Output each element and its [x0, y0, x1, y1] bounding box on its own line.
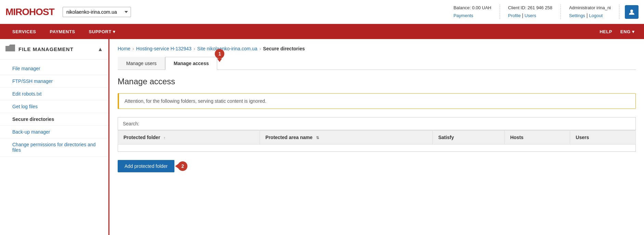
annotation-1-container: 1 [215, 49, 224, 62]
sidebar-title: FILE MANAGEMENT [18, 46, 97, 52]
breadcrumb-current: Secure directories [263, 46, 305, 51]
users-link[interactable]: Users [525, 13, 536, 18]
logo-host: HOST [29, 7, 54, 17]
client-section: Client ID: 261 946 258 Profile | Users [500, 4, 561, 20]
sidebar-item-file-manager[interactable]: File manager [0, 62, 108, 75]
table-body [118, 145, 636, 152]
table-header-row: Protected folder ↑ Protected area name ⇅… [118, 131, 636, 145]
sort-icon-folder[interactable]: ↑ [163, 136, 166, 140]
breadcrumb-hosting[interactable]: Hosting-service H-132943 [136, 46, 192, 51]
col-area-name-label: Protected area name [265, 135, 313, 140]
logout-link[interactable]: Logout [589, 13, 603, 18]
tab-manage-access[interactable]: Manage access 1 [165, 57, 218, 70]
annotation-arrow-1 [217, 59, 222, 62]
balance-label: Balance: 0.00 UAH [454, 4, 491, 12]
admin-section: Administrator irina_ni Settings | Logout [561, 4, 619, 20]
annotation-badge-1: 1 [215, 49, 224, 59]
col-protected-folder-label: Protected folder [123, 135, 160, 140]
breadcrumb-home[interactable]: Home [118, 46, 130, 51]
tab-manage-users[interactable]: Manage users [118, 57, 165, 70]
nav-services[interactable]: SERVICES [5, 24, 43, 39]
balance-section: Balance: 0.00 UAH Payments [445, 4, 500, 20]
logo: MIROHOST [5, 7, 54, 17]
breadcrumb-site[interactable]: Site nikolaenko-irina.com.ua [197, 46, 258, 51]
main-content: Home › Hosting-service H-132943 › Site n… [109, 39, 644, 235]
tab-manage-users-label: Manage users [126, 61, 157, 66]
header-right: Balance: 0.00 UAH Payments Client ID: 26… [445, 4, 639, 20]
data-table: Protected folder ↑ Protected area name ⇅… [118, 130, 636, 152]
support-arrow-icon: ▾ [113, 29, 116, 34]
admin-label: Administrator irina_ni [569, 4, 611, 12]
nav-lang[interactable]: ENG ▾ [616, 24, 639, 39]
settings-link[interactable]: Settings [569, 13, 585, 18]
nav-help[interactable]: HELP [595, 24, 616, 39]
breadcrumb-sep-3: › [259, 46, 261, 51]
add-button-row: Add protected folder 2 [118, 154, 636, 178]
col-users-label: Users [576, 135, 589, 140]
sidebar-item-backup[interactable]: Back-up manager [0, 126, 108, 138]
nav-lang-label: ENG [620, 29, 631, 34]
sidebar-item-robots[interactable]: Edit robots.txt [0, 88, 108, 100]
annotation-2-container: 2 [175, 161, 187, 171]
nav-support[interactable]: SUPPORT ▾ [82, 24, 122, 39]
search-label: Search: [123, 121, 139, 126]
profile-link[interactable]: Profile [508, 13, 521, 18]
nav-right: HELP ENG ▾ [595, 24, 639, 39]
sidebar-toggle-icon: ▲ [97, 46, 103, 52]
alert-text: Attention, for the following folders, se… [124, 98, 266, 104]
nav-payments[interactable]: PAYMENTS [43, 24, 82, 39]
folder-icon [5, 45, 15, 54]
col-hosts-label: Hosts [510, 135, 524, 140]
sidebar-header[interactable]: FILE MANAGEMENT ▲ [0, 39, 108, 60]
search-row: Search: [118, 117, 636, 130]
payments-link[interactable]: Payments [454, 13, 473, 18]
tab-badge-container: Manage access 1 [174, 61, 209, 66]
svg-point-0 [630, 10, 633, 12]
tab-manage-access-label: Manage access [174, 61, 209, 66]
page-title: Manage access [118, 77, 636, 86]
col-hosts: Hosts [504, 131, 570, 145]
table-empty-row [118, 145, 636, 152]
add-protected-folder-button[interactable]: Add protected folder [118, 160, 174, 172]
settings-links: Settings | Logout [569, 13, 603, 18]
domain-selector[interactable]: nikolaenko-irina.com.ua [63, 7, 131, 17]
alert-box: Attention, for the following folders, se… [118, 93, 636, 109]
breadcrumb: Home › Hosting-service H-132943 › Site n… [118, 46, 636, 51]
lang-arrow-icon: ▾ [632, 29, 635, 34]
tabs-container: Manage users Manage access 1 [118, 57, 636, 70]
sidebar-item-secure-dirs[interactable]: Secure directories [0, 113, 108, 126]
breadcrumb-sep-1: › [132, 46, 134, 51]
profile-link-container: Profile | Users [508, 13, 536, 18]
search-input[interactable] [142, 121, 631, 126]
logo-miro: MIRO [5, 7, 29, 17]
nav-support-label: SUPPORT [89, 29, 111, 34]
avatar-button[interactable] [625, 5, 639, 19]
sort-icon-area[interactable]: ⇅ [316, 136, 319, 140]
sidebar-item-log-files[interactable]: Get log files [0, 100, 108, 113]
col-satisfy-label: Satisfy [438, 135, 454, 140]
btn-badge-container: Add protected folder 2 [118, 154, 174, 178]
col-protected-area-name: Protected area name ⇅ [260, 131, 433, 145]
sidebar-menu: File manager FTP/SSH manager Edit robots… [0, 60, 108, 159]
col-satisfy: Satisfy [433, 131, 504, 145]
sidebar: FILE MANAGEMENT ▲ File manager FTP/SSH m… [0, 39, 109, 235]
main-layout: FILE MANAGEMENT ▲ File manager FTP/SSH m… [0, 39, 644, 235]
avatar-icon [628, 9, 635, 15]
annotation-badge-2: 2 [178, 161, 187, 171]
sidebar-item-ftp-ssh[interactable]: FTP/SSH manager [0, 75, 108, 88]
nav-bar: SERVICES PAYMENTS SUPPORT ▾ HELP ENG ▾ [0, 24, 644, 39]
breadcrumb-sep-2: › [194, 46, 195, 51]
sidebar-item-permissions[interactable]: Change permissions for directories and f… [0, 138, 108, 157]
client-id-label: Client ID: 261 946 258 [508, 4, 552, 12]
col-users: Users [570, 131, 636, 145]
col-protected-folder: Protected folder ↑ [118, 131, 260, 145]
top-header: MIROHOST nikolaenko-irina.com.ua Balance… [0, 0, 644, 24]
